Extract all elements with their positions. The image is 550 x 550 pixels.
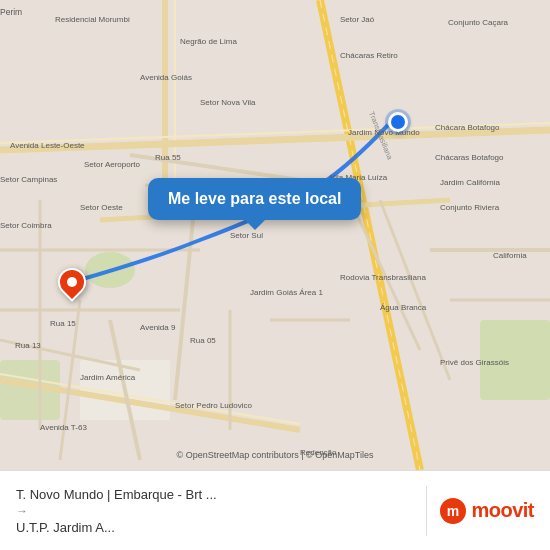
- svg-text:Setor Jaó: Setor Jaó: [340, 15, 375, 24]
- svg-text:Conjunto Riviera: Conjunto Riviera: [440, 203, 500, 212]
- origin-marker: [58, 268, 86, 296]
- svg-text:m: m: [447, 503, 459, 519]
- route-to: U.T.P. Jardim A...: [16, 520, 414, 535]
- svg-text:Jardim Califórnia: Jardim Califórnia: [440, 178, 501, 187]
- svg-text:Chácara Botafogo: Chácara Botafogo: [435, 123, 500, 132]
- svg-text:Avenida Leste-Oeste: Avenida Leste-Oeste: [10, 141, 85, 150]
- route-from: T. Novo Mundo | Embarque - Brt ...: [16, 487, 414, 502]
- svg-text:Avenida Goiás: Avenida Goiás: [140, 73, 192, 82]
- map-attribution: © OpenStreetMap contributors | © OpenMap…: [0, 450, 550, 460]
- svg-text:Residencial Morumbi: Residencial Morumbi: [55, 15, 130, 24]
- svg-text:Privê dos Girassóis: Privê dos Girassóis: [440, 358, 509, 367]
- svg-text:Setor Campinas: Setor Campinas: [0, 175, 57, 184]
- svg-text:Setor Coimbra: Setor Coimbra: [0, 221, 52, 230]
- route-arrow: →: [16, 504, 414, 518]
- svg-text:Rua 15: Rua 15: [50, 319, 76, 328]
- route-separator: [426, 486, 427, 536]
- svg-text:Negrão de Lima: Negrão de Lima: [180, 37, 237, 46]
- popup-text: Me leve para este local: [168, 190, 341, 207]
- svg-text:Água Branca: Água Branca: [380, 303, 427, 312]
- svg-text:Chácaras Botafogo: Chácaras Botafogo: [435, 153, 504, 162]
- svg-text:Setor Sul: Setor Sul: [230, 231, 263, 240]
- svg-text:Jardim Goiás Área 1: Jardim Goiás Área 1: [250, 288, 323, 297]
- svg-text:Rua 05: Rua 05: [190, 336, 216, 345]
- svg-text:Setor Nova Vila: Setor Nova Vila: [200, 98, 256, 107]
- map-container: Perim Residencial Morumbi Negrão de Lima…: [0, 0, 550, 470]
- bottom-bar: T. Novo Mundo | Embarque - Brt ... → U.T…: [0, 470, 550, 550]
- svg-text:Conjunto Caçara: Conjunto Caçara: [448, 18, 509, 27]
- svg-text:Jardim Novo Mundo: Jardim Novo Mundo: [348, 128, 420, 137]
- svg-text:Setor Pedro Ludovico: Setor Pedro Ludovico: [175, 401, 252, 410]
- svg-text:Perim: Perim: [0, 7, 22, 17]
- svg-text:Setor Aeroporto: Setor Aeroporto: [84, 160, 141, 169]
- route-info: T. Novo Mundo | Embarque - Brt ... → U.T…: [16, 487, 414, 535]
- moovit-logo-text: moovit: [471, 499, 534, 522]
- moovit-logo: m moovit: [439, 497, 534, 525]
- svg-text:Chácaras Retiro: Chácaras Retiro: [340, 51, 398, 60]
- svg-text:Jardim América: Jardim América: [80, 373, 136, 382]
- svg-text:Avenida T-63: Avenida T-63: [40, 423, 87, 432]
- moovit-icon: m: [439, 497, 467, 525]
- map-popup[interactable]: Me leve para este local: [148, 178, 361, 220]
- svg-text:Rodovia Transbrasiliana: Rodovia Transbrasiliana: [340, 273, 426, 282]
- svg-text:Avenida 9: Avenida 9: [140, 323, 176, 332]
- svg-text:Rua 55: Rua 55: [155, 153, 181, 162]
- svg-text:Setor Oeste: Setor Oeste: [80, 203, 123, 212]
- svg-text:California: California: [493, 251, 527, 260]
- svg-text:Rua 13: Rua 13: [15, 341, 41, 350]
- destination-marker: [388, 112, 408, 132]
